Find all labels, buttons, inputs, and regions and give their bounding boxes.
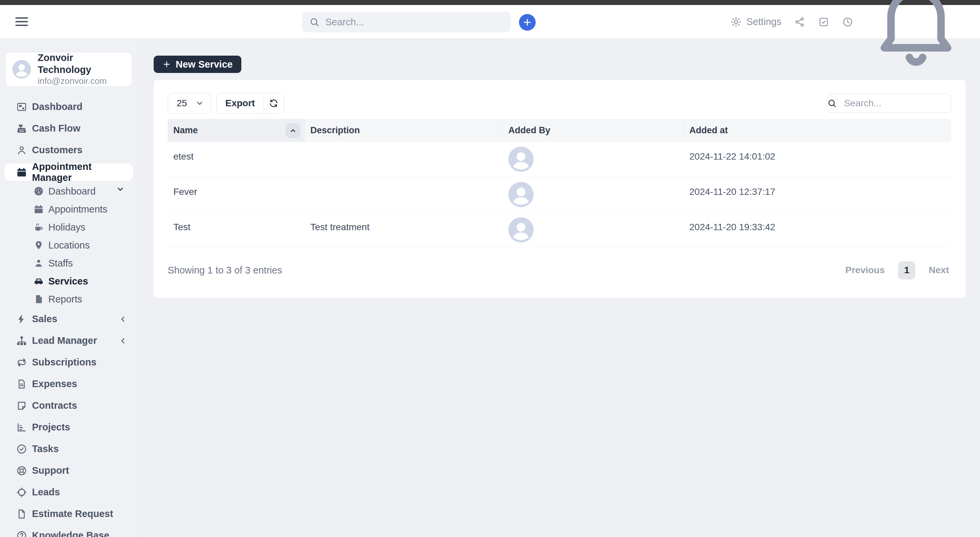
sidebar-item-label: Leads (32, 487, 60, 498)
submenu-item-label: Staffs (48, 258, 73, 269)
table-row[interactable]: Fever 2024-11-20 12:37:17 (168, 177, 951, 213)
hamburger-menu-icon[interactable] (15, 16, 28, 27)
submenu-item-label: Appointments (48, 204, 107, 215)
sidebar-item-subscriptions[interactable]: Subscriptions (0, 351, 137, 373)
sidebar-item-appointment-manager[interactable]: Appointment Manager (4, 164, 133, 181)
browser-top-strip (0, 0, 980, 5)
user-avatar (508, 146, 534, 172)
column-header-added-at[interactable]: Added at (684, 119, 951, 142)
plus-icon (522, 17, 532, 27)
table-row[interactable]: Test Test treatment 2024-11-20 19:33:42 (168, 213, 951, 248)
submenu-item-appointments[interactable]: Appointments (0, 200, 137, 218)
submenu-item-holidays[interactable]: Holidays (0, 218, 137, 236)
cell-description (305, 177, 503, 212)
sidebar-item-label: Dashboard (32, 101, 82, 112)
sidebar-nav: Dashboard Cash Flow Customers (0, 96, 137, 537)
quick-add-button[interactable] (519, 14, 536, 31)
repeat-icon (16, 357, 27, 368)
timeline-chart-icon (16, 422, 27, 433)
sidebar-item-customers[interactable]: Customers (0, 139, 137, 161)
refresh-button[interactable] (264, 93, 284, 113)
column-header-name[interactable]: Name (168, 119, 305, 142)
sidebar-item-contracts[interactable]: Contracts (0, 395, 137, 416)
gauge-icon (33, 186, 44, 197)
cell-description: Test treatment (305, 213, 503, 248)
share-icon[interactable] (794, 16, 805, 28)
table-row[interactable]: etest 2024-11-22 14:01:02 (168, 142, 951, 177)
sidebar-item-lead-manager[interactable]: Lead Manager (0, 330, 137, 351)
settings-button[interactable]: Settings (730, 16, 781, 28)
previous-page-button[interactable]: Previous (843, 264, 887, 276)
sidebar-item-label: Contracts (32, 400, 77, 411)
sidebar-item-cash-flow[interactable]: Cash Flow (0, 118, 137, 139)
sidebar: Zonvoir Technology info@zonvoir.com Dash… (0, 39, 138, 537)
services-table: Name Description Added By Added a (168, 119, 951, 248)
export-button-group: Export (216, 93, 284, 114)
cell-added-by (503, 213, 684, 248)
column-header-description[interactable]: Description (305, 119, 503, 142)
table-search-input[interactable] (837, 94, 951, 113)
staff-person-icon (33, 258, 44, 268)
export-button[interactable]: Export (217, 93, 264, 113)
chevron-down-icon[interactable] (116, 185, 125, 194)
pagination: Previous 1 Next (843, 261, 951, 280)
submenu-item-services[interactable]: Services (0, 272, 137, 290)
clock-icon[interactable] (842, 16, 853, 28)
cell-name: Test (168, 213, 305, 248)
settings-label: Settings (746, 16, 781, 27)
cell-added-at: 2024-11-20 12:37:17 (684, 177, 951, 212)
chevron-left-icon (119, 315, 127, 324)
global-search (302, 12, 511, 32)
new-service-button[interactable]: New Service (154, 56, 241, 73)
sidebar-item-expenses[interactable]: Expenses (0, 373, 137, 395)
global-search-input[interactable] (325, 16, 503, 28)
sidebar-item-projects[interactable]: Projects (0, 416, 137, 438)
sitemap-icon (16, 335, 27, 346)
entries-summary: Showing 1 to 3 of 3 entries (168, 265, 282, 276)
current-page-button[interactable]: 1 (898, 261, 915, 280)
table-search (827, 94, 951, 113)
chevron-left-icon (119, 337, 127, 345)
org-profile-card[interactable]: Zonvoir Technology info@zonvoir.com (5, 52, 132, 87)
sidebar-item-knowledge-base[interactable]: Knowledge Base (0, 525, 137, 537)
new-service-label: New Service (176, 59, 233, 70)
sort-asc-icon[interactable] (286, 123, 300, 138)
sidebar-item-estimate-request[interactable]: Estimate Request (0, 503, 137, 525)
submenu-item-label: Reports (48, 294, 82, 305)
sidebar-item-support[interactable]: Support (0, 460, 137, 481)
note-icon (16, 400, 27, 411)
dashboard-icon (16, 101, 27, 113)
map-pin-icon (33, 240, 44, 251)
sidebar-item-label: Tasks (32, 443, 59, 454)
sidebar-item-leads[interactable]: Leads (0, 481, 137, 503)
sidebar-item-label: Subscriptions (32, 357, 96, 368)
submenu-item-reports[interactable]: Reports (0, 290, 137, 308)
submenu-item-label: Dashboard (48, 186, 95, 197)
column-header-added-by[interactable]: Added By (503, 119, 684, 142)
next-page-button[interactable]: Next (927, 264, 951, 276)
file-icon (16, 508, 27, 520)
org-email: info@zonvoir.com (38, 76, 125, 87)
main-content: New Service 25 Export (138, 39, 980, 537)
submenu-item-staffs[interactable]: Staffs (0, 254, 137, 272)
lightning-icon (16, 313, 27, 325)
table-toolbar: 25 Export (168, 93, 951, 114)
page-size-value: 25 (177, 98, 187, 109)
user-avatar (508, 182, 534, 207)
todo-check-icon[interactable] (818, 16, 829, 28)
sidebar-item-label: Lead Manager (32, 335, 97, 346)
file-text-icon (16, 378, 27, 390)
sidebar-item-label: Projects (32, 422, 70, 433)
sidebar-item-dashboard[interactable]: Dashboard (0, 96, 137, 118)
submenu-item-label: Holidays (48, 222, 85, 233)
sidebar-item-sales[interactable]: Sales (0, 308, 137, 330)
page-size-select[interactable]: 25 (168, 93, 211, 114)
table-header: Name Description Added By Added a (168, 119, 951, 142)
submenu-item-locations[interactable]: Locations (0, 236, 137, 254)
cell-description (305, 142, 503, 177)
person-icon (16, 145, 27, 156)
car-icon (33, 276, 44, 286)
sidebar-item-tasks[interactable]: Tasks (0, 438, 137, 460)
notifications-button[interactable]: 12 (866, 0, 966, 72)
question-circle-icon (16, 530, 27, 537)
